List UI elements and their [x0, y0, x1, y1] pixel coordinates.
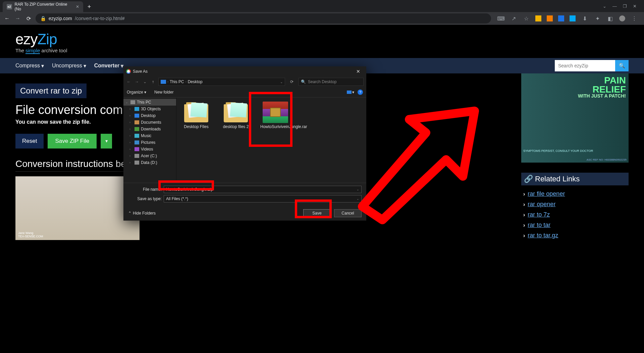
url-field[interactable]: 🔒 ezyzip.com/convert-rar-to-zip.html#: [36, 13, 491, 23]
rar-icon: [263, 102, 288, 123]
browser-tab[interactable]: eZ RAR To ZIP Converter Online (No ✕: [3, 1, 83, 12]
nav-up-icon[interactable]: ↑: [150, 79, 156, 84]
related-link[interactable]: rar file opener: [528, 190, 565, 197]
window-maximize-icon[interactable]: ❐: [623, 4, 627, 9]
menu-icon[interactable]: ⋮: [631, 15, 638, 22]
related-link-item[interactable]: ›rar to 7z: [523, 210, 627, 220]
view-mode-icon[interactable]: ▾: [347, 90, 354, 95]
sidepanel-icon[interactable]: ◧: [606, 15, 614, 22]
folder-icon: [135, 161, 139, 165]
related-link-item[interactable]: ›rar opener: [523, 199, 627, 210]
tree-item[interactable]: ›Music: [123, 132, 176, 139]
ad-banner[interactable]: Jane WangTEA-SENSE.COM: [15, 176, 140, 240]
site-logo[interactable]: ezyZip: [15, 31, 629, 48]
extension-icon[interactable]: [558, 15, 564, 21]
dialog-close-icon[interactable]: ✕: [353, 68, 364, 75]
nav-uncompress[interactable]: Uncompress▾: [52, 63, 86, 69]
organize-menu[interactable]: Organize ▾: [127, 90, 146, 95]
extension-icon[interactable]: [570, 15, 576, 21]
chevron-up-icon: ⌃: [128, 211, 131, 216]
chevron-right-icon: ›: [523, 233, 525, 239]
folder-icon: [184, 102, 208, 122]
dialog-title: Save As: [133, 69, 148, 74]
nav-compress[interactable]: Compress▾: [15, 63, 44, 69]
filename-input[interactable]: HowtoSuriviveinJungle.zip⌄: [164, 186, 362, 193]
nav-recent-icon[interactable]: ⌄: [142, 79, 148, 84]
key-icon[interactable]: ⌨: [497, 15, 504, 22]
tree-item[interactable]: ›Videos: [123, 146, 176, 153]
bookmark-icon[interactable]: ☆: [523, 15, 530, 22]
cancel-button[interactable]: Cancel: [334, 209, 362, 217]
save-zip-button[interactable]: Save ZIP File: [48, 134, 97, 149]
extensions-icon[interactable]: ✦: [594, 15, 601, 22]
reset-button[interactable]: Reset: [15, 134, 44, 149]
tree-item[interactable]: ›Pictures: [123, 139, 176, 146]
tree-item[interactable]: ›3D Objects: [123, 106, 176, 112]
reload-icon[interactable]: ⟳: [25, 15, 32, 22]
back-icon[interactable]: ←: [3, 15, 11, 21]
page-title: Convert rar to zip: [15, 83, 87, 98]
share-icon[interactable]: ↗: [510, 15, 517, 22]
browser-tab-bar: eZ RAR To ZIP Converter Online (No ✕ + ⌄…: [0, 0, 644, 12]
tree-item[interactable]: ›Documents: [123, 119, 176, 126]
tree-item[interactable]: ⌄This PC: [123, 99, 176, 106]
related-link-item[interactable]: ›rar file opener: [523, 189, 627, 199]
tree-item[interactable]: ›Downloads: [123, 126, 176, 132]
download-icon[interactable]: ⬇: [581, 15, 588, 22]
chevron-right-icon: ›: [523, 191, 525, 197]
related-link[interactable]: rar opener: [528, 201, 555, 208]
hide-folders-toggle[interactable]: ⌃ Hide Folders: [128, 211, 156, 216]
address-bar: ← → ⟳ 🔒 ezyzip.com/convert-rar-to-zip.ht…: [0, 12, 644, 25]
folder-icon: [135, 114, 139, 118]
ad-sidebar[interactable]: PAIN RELIEF WITH JUST A PATCH! SYMPTOMS …: [521, 73, 629, 163]
nav-forward-icon[interactable]: →: [134, 79, 140, 84]
url-host: ezyzip.com: [49, 16, 72, 21]
folder-tree[interactable]: ⌄This PC›3D Objects›Desktop›Documents›Do…: [123, 98, 176, 183]
save-as-dialog: Save As ✕ ← → ⌄ ↑ › This PC › Desktop ⌄ …: [123, 66, 366, 221]
tree-item[interactable]: ›Acer (C:): [123, 153, 176, 159]
chevron-right-icon: ›: [523, 222, 525, 228]
folder-item[interactable]: desktop files 2: [221, 101, 251, 129]
filetype-select[interactable]: All Files (*.*)⌄: [164, 195, 362, 202]
folder-icon: [135, 134, 139, 138]
save-button[interactable]: Save: [303, 209, 331, 217]
folder-icon: [135, 120, 139, 124]
file-list[interactable]: Desktop FIlesdesktop files 2HowtoSuriviv…: [176, 98, 366, 183]
extension-icon[interactable]: [535, 15, 541, 21]
related-link[interactable]: rar to tar: [528, 222, 550, 229]
folder-icon: [130, 100, 135, 104]
tree-item[interactable]: ›Desktop: [123, 112, 176, 119]
folder-item[interactable]: Desktop FIles: [181, 101, 211, 129]
new-tab-button[interactable]: +: [85, 2, 94, 11]
folder-icon: [135, 154, 139, 158]
related-link-item[interactable]: ›rar to tar.gz: [523, 230, 627, 241]
file-rar[interactable]: HowtoSuriviveinJungle.rar: [260, 101, 290, 129]
window-minimize-icon[interactable]: —: [612, 4, 617, 9]
related-link-item[interactable]: ›rar to tar: [523, 220, 627, 230]
window-dropdown-icon[interactable]: ⌄: [603, 4, 606, 9]
site-search-button[interactable]: 🔍: [615, 60, 629, 71]
extension-icon[interactable]: [547, 15, 553, 21]
folder-icon: [135, 147, 139, 151]
close-tab-icon[interactable]: ✕: [76, 4, 79, 9]
new-folder-button[interactable]: New folder: [154, 90, 173, 95]
nav-back-icon[interactable]: ←: [126, 79, 131, 84]
related-link[interactable]: rar to 7z: [528, 211, 550, 218]
chevron-down-icon[interactable]: ⌄: [280, 80, 283, 84]
refresh-icon[interactable]: ⟳: [288, 79, 296, 84]
window-close-icon[interactable]: ✕: [633, 4, 637, 9]
folder-search-input[interactable]: 🔍 Search Desktop: [299, 78, 364, 86]
save-zip-dropdown[interactable]: ▼: [101, 134, 112, 149]
related-links-heading: 🔗 Related Links: [521, 173, 629, 185]
related-link[interactable]: rar to tar.gz: [528, 232, 558, 239]
profile-avatar[interactable]: [619, 15, 625, 21]
help-icon[interactable]: ?: [358, 90, 363, 95]
search-icon: 🔍: [301, 79, 306, 84]
nav-converter[interactable]: Converter▾: [94, 63, 124, 69]
breadcrumb[interactable]: › This PC › Desktop ⌄: [158, 78, 285, 86]
tree-item[interactable]: ›Data (D:): [123, 159, 176, 166]
folder-icon: [224, 102, 248, 122]
chrome-icon: [126, 69, 131, 74]
pc-icon: [161, 80, 166, 84]
site-search-input[interactable]: [555, 60, 615, 71]
